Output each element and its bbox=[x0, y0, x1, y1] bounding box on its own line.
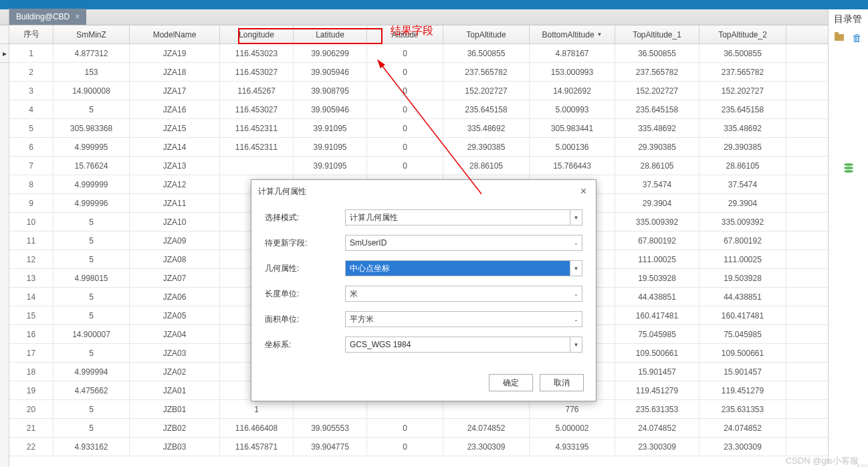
cell-n[interactable]: 20 bbox=[9, 400, 53, 418]
cell-n[interactable]: 22 bbox=[9, 438, 53, 456]
cancel-button[interactable]: 取消 bbox=[540, 374, 584, 391]
cell-SmMinZ[interactable]: 5 bbox=[53, 100, 130, 118]
cell-SmMinZ[interactable]: 4.999996 bbox=[53, 194, 130, 212]
cell-BottomAltitude[interactable]: 305.983441 bbox=[530, 119, 615, 137]
cell-ModelName[interactable]: JZA02 bbox=[130, 363, 220, 381]
combo-geometry[interactable]: 中心点坐标▼ bbox=[345, 260, 582, 276]
table-row[interactable]: 215JZB02116.46640839.905553024.0748525.0… bbox=[9, 419, 857, 438]
cell-n[interactable]: 19 bbox=[9, 381, 53, 399]
column-header-TopAltitude[interactable]: TopAltitude bbox=[443, 25, 530, 43]
cell-ModelName[interactable]: JZA03 bbox=[130, 344, 220, 362]
cell-ModelName[interactable]: JZA07 bbox=[130, 269, 220, 287]
cell-TopAltitude_1[interactable]: 37.5474 bbox=[615, 175, 699, 193]
column-header-序号[interactable]: 序号 bbox=[9, 25, 53, 43]
cell-TopAltitude_2[interactable]: 152.202727 bbox=[699, 82, 786, 100]
cell-Altitude[interactable]: 0 bbox=[367, 119, 443, 137]
cell-Altitude[interactable]: 0 bbox=[367, 82, 443, 100]
cell-SmMinZ[interactable]: 4.999994 bbox=[53, 363, 130, 381]
cell-SmMinZ[interactable]: 4.475662 bbox=[53, 381, 130, 399]
table-row[interactable]: 64.999995JZA14116.45231139.91095029.3903… bbox=[9, 138, 857, 157]
cell-SmMinZ[interactable]: 4.877312 bbox=[53, 44, 130, 62]
cell-n[interactable]: 17 bbox=[9, 344, 53, 362]
cell-n[interactable]: 2 bbox=[9, 63, 53, 81]
dialog-titlebar[interactable]: 计算几何属性 × bbox=[251, 180, 596, 203]
combo-field[interactable]: SmUserID⌄ bbox=[345, 235, 582, 251]
cell-TopAltitude_1[interactable]: 36.500855 bbox=[615, 44, 699, 62]
cell-BottomAltitude[interactable]: 4.878167 bbox=[530, 44, 615, 62]
cell-SmMinZ[interactable]: 5 bbox=[53, 306, 130, 324]
cell-ModelName[interactable]: JZA12 bbox=[130, 175, 220, 193]
cell-TopAltitude[interactable]: 29.390385 bbox=[443, 138, 530, 156]
cell-n[interactable]: 14 bbox=[9, 288, 53, 306]
cell-Latitude[interactable]: 39.905553 bbox=[294, 419, 367, 437]
cell-n[interactable]: 11 bbox=[9, 231, 53, 250]
cell-TopAltitude_1[interactable]: 44.438851 bbox=[615, 288, 699, 306]
cell-TopAltitude_1[interactable]: 152.202727 bbox=[615, 82, 699, 100]
cell-ModelName[interactable]: JZA11 bbox=[130, 194, 220, 212]
cell-TopAltitude[interactable]: 152.202727 bbox=[443, 82, 530, 100]
cell-TopAltitude_2[interactable]: 335.48692 bbox=[699, 119, 786, 137]
cell-TopAltitude_2[interactable]: 237.565782 bbox=[699, 63, 786, 81]
cell-ModelName[interactable]: JZB01 bbox=[130, 400, 220, 418]
cell-ModelName[interactable]: JZA14 bbox=[130, 138, 220, 156]
cell-TopAltitude_2[interactable]: 235.631353 bbox=[699, 400, 786, 418]
cell-BottomAltitude[interactable]: 14.902692 bbox=[530, 82, 615, 100]
cell-n[interactable]: 18 bbox=[9, 363, 53, 381]
cell-TopAltitude[interactable] bbox=[443, 400, 530, 418]
cell-SmMinZ[interactable]: 305.983368 bbox=[53, 119, 130, 137]
cell-TopAltitude_1[interactable]: 23.300309 bbox=[615, 438, 699, 456]
cell-TopAltitude[interactable]: 24.074852 bbox=[443, 419, 530, 437]
cell-Latitude[interactable]: 39.91095 bbox=[294, 157, 367, 175]
table-row[interactable]: 5305.983368JZA15116.45231139.910950335.4… bbox=[9, 119, 857, 138]
cell-ModelName[interactable]: JZA16 bbox=[130, 100, 220, 118]
cell-ModelName[interactable]: JZA08 bbox=[130, 250, 220, 268]
cell-SmMinZ[interactable]: 5 bbox=[53, 419, 130, 437]
cell-BottomAltitude[interactable]: 776 bbox=[530, 400, 615, 418]
cell-ModelName[interactable]: JZB02 bbox=[130, 419, 220, 437]
cell-n[interactable]: 8 bbox=[9, 175, 53, 193]
cell-Altitude[interactable]: 0 bbox=[367, 100, 443, 118]
cell-SmMinZ[interactable]: 14.900007 bbox=[53, 325, 130, 343]
cell-BottomAltitude[interactable]: 5.000993 bbox=[530, 100, 615, 118]
cell-SmMinZ[interactable]: 4.999995 bbox=[53, 138, 130, 156]
cell-ModelName[interactable]: JZA05 bbox=[130, 306, 220, 324]
cell-BottomAltitude[interactable]: 15.766443 bbox=[530, 157, 615, 175]
cell-n[interactable]: 1 bbox=[9, 44, 53, 62]
cell-SmMinZ[interactable]: 5 bbox=[53, 213, 130, 231]
cell-Altitude[interactable]: 0 bbox=[367, 44, 443, 62]
cell-TopAltitude_1[interactable]: 335.48692 bbox=[615, 119, 699, 137]
cell-ModelName[interactable]: JZA04 bbox=[130, 325, 220, 343]
cell-n[interactable]: 4 bbox=[9, 100, 53, 118]
cell-TopAltitude_2[interactable]: 19.503928 bbox=[699, 269, 786, 287]
cell-Longitude[interactable]: 1 bbox=[220, 400, 294, 418]
cell-TopAltitude_2[interactable]: 111.00025 bbox=[699, 250, 786, 268]
cell-TopAltitude_1[interactable]: 24.074852 bbox=[615, 419, 699, 437]
cell-TopAltitude_1[interactable]: 235.631353 bbox=[615, 400, 699, 418]
cell-Altitude[interactable]: 0 bbox=[367, 63, 443, 81]
combo-mode[interactable]: 计算几何属性▼ bbox=[345, 209, 582, 225]
table-row[interactable]: 205JZB011776235.631353235.631353 bbox=[9, 400, 857, 419]
cell-TopAltitude_1[interactable]: 75.045985 bbox=[615, 325, 699, 343]
table-row[interactable]: 715.76624JZA1339.91095028.8610515.766443… bbox=[9, 157, 857, 175]
cell-n[interactable]: 9 bbox=[9, 194, 53, 212]
cell-SmMinZ[interactable]: 14.900008 bbox=[53, 82, 130, 100]
cell-TopAltitude_2[interactable]: 235.645158 bbox=[699, 100, 786, 118]
cell-Longitude[interactable]: 116.45267 bbox=[220, 82, 294, 100]
cell-n[interactable]: 7 bbox=[9, 157, 53, 175]
tab-building-cbd[interactable]: Building@CBD × bbox=[9, 9, 86, 25]
column-header-TopAltitude_1[interactable]: TopAltitude_1 bbox=[615, 25, 699, 43]
cell-TopAltitude_2[interactable]: 75.045985 bbox=[699, 325, 786, 343]
cell-Latitude[interactable]: 39.908795 bbox=[294, 82, 367, 100]
cell-ModelName[interactable]: JZA17 bbox=[130, 82, 220, 100]
cell-SmMinZ[interactable]: 15.76624 bbox=[53, 157, 130, 175]
cell-TopAltitude_2[interactable]: 29.3904 bbox=[699, 194, 786, 212]
cell-TopAltitude_2[interactable]: 37.5474 bbox=[699, 175, 786, 193]
cell-TopAltitude_1[interactable]: 235.645158 bbox=[615, 100, 699, 118]
cell-Latitude[interactable]: 39.905946 bbox=[294, 63, 367, 81]
close-icon[interactable]: × bbox=[75, 12, 80, 21]
cell-n[interactable]: 10 bbox=[9, 213, 53, 231]
cell-TopAltitude_2[interactable]: 109.500661 bbox=[699, 344, 786, 362]
cell-TopAltitude[interactable]: 23.300309 bbox=[443, 438, 530, 456]
cell-TopAltitude_1[interactable]: 237.565782 bbox=[615, 63, 699, 81]
cell-TopAltitude_1[interactable]: 28.86105 bbox=[615, 157, 699, 175]
